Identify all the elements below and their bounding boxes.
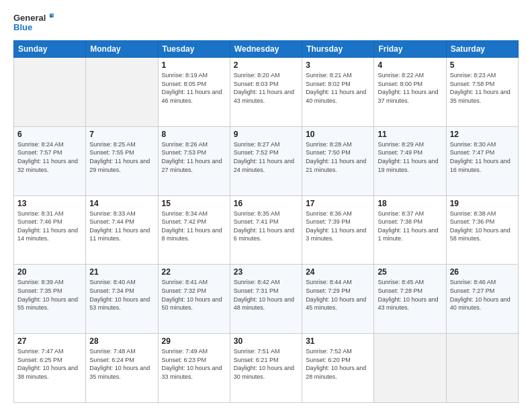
- day-cell: 19Sunrise: 8:38 AM Sunset: 7:36 PM Dayli…: [446, 195, 518, 265]
- calendar-table: SundayMondayTuesdayWednesdayThursdayFrid…: [13, 40, 519, 403]
- day-number: 27: [17, 336, 82, 346]
- day-cell: 17Sunrise: 8:36 AM Sunset: 7:39 PM Dayli…: [302, 195, 374, 265]
- logo-svg: General Blue: [13, 11, 54, 35]
- day-number: 8: [162, 130, 226, 139]
- header-row: SundayMondayTuesdayWednesdayThursdayFrid…: [14, 41, 519, 58]
- day-info: Sunrise: 8:33 AM Sunset: 7:44 PM Dayligh…: [89, 210, 154, 243]
- week-row-3: 13Sunrise: 8:31 AM Sunset: 7:46 PM Dayli…: [14, 195, 519, 265]
- day-info: Sunrise: 8:45 AM Sunset: 7:28 PM Dayligh…: [378, 278, 442, 312]
- day-cell: 12Sunrise: 8:30 AM Sunset: 7:47 PM Dayli…: [446, 126, 518, 195]
- day-cell: 31Sunrise: 7:52 AM Sunset: 6:20 PM Dayli…: [302, 334, 374, 403]
- day-cell: 27Sunrise: 7:47 AM Sunset: 6:25 PM Dayli…: [14, 334, 86, 403]
- day-cell: 28Sunrise: 7:48 AM Sunset: 6:24 PM Dayli…: [86, 334, 158, 403]
- day-number: 23: [234, 267, 298, 277]
- day-info: Sunrise: 8:34 AM Sunset: 7:42 PM Dayligh…: [162, 210, 226, 243]
- day-number: 10: [306, 130, 370, 139]
- day-number: 24: [306, 267, 370, 277]
- col-header-wednesday: Wednesday: [230, 41, 302, 58]
- day-info: Sunrise: 8:27 AM Sunset: 7:52 PM Dayligh…: [234, 140, 298, 174]
- day-cell: [14, 58, 86, 127]
- day-info: Sunrise: 8:36 AM Sunset: 7:39 PM Dayligh…: [306, 210, 370, 243]
- day-info: Sunrise: 7:47 AM Sunset: 6:25 PM Dayligh…: [17, 347, 82, 381]
- day-cell: 9Sunrise: 8:27 AM Sunset: 7:52 PM Daylig…: [230, 126, 302, 195]
- day-number: 25: [378, 267, 442, 277]
- day-cell: 13Sunrise: 8:31 AM Sunset: 7:46 PM Dayli…: [14, 195, 86, 265]
- day-cell: 16Sunrise: 8:35 AM Sunset: 7:41 PM Dayli…: [230, 195, 302, 265]
- logo: General Blue: [13, 11, 54, 35]
- day-cell: 21Sunrise: 8:40 AM Sunset: 7:34 PM Dayli…: [86, 265, 158, 334]
- day-cell: 4Sunrise: 8:22 AM Sunset: 8:00 PM Daylig…: [374, 58, 446, 127]
- day-cell: 14Sunrise: 8:33 AM Sunset: 7:44 PM Dayli…: [86, 195, 158, 265]
- week-row-2: 6Sunrise: 8:24 AM Sunset: 7:57 PM Daylig…: [14, 126, 519, 195]
- day-cell: 29Sunrise: 7:49 AM Sunset: 6:23 PM Dayli…: [158, 334, 230, 403]
- day-number: 2: [234, 60, 298, 70]
- week-row-4: 20Sunrise: 8:39 AM Sunset: 7:35 PM Dayli…: [14, 265, 519, 334]
- day-number: 15: [162, 199, 226, 208]
- day-number: 6: [17, 130, 82, 139]
- day-info: Sunrise: 8:20 AM Sunset: 8:03 PM Dayligh…: [234, 71, 298, 105]
- col-header-saturday: Saturday: [446, 41, 518, 58]
- day-cell: [86, 58, 158, 127]
- day-number: 20: [17, 267, 82, 277]
- day-number: 11: [378, 130, 442, 139]
- day-cell: 23Sunrise: 8:42 AM Sunset: 7:31 PM Dayli…: [230, 265, 302, 334]
- day-number: 3: [306, 60, 370, 70]
- week-row-5: 27Sunrise: 7:47 AM Sunset: 6:25 PM Dayli…: [14, 334, 519, 403]
- day-cell: 18Sunrise: 8:37 AM Sunset: 7:38 PM Dayli…: [374, 195, 446, 265]
- day-cell: 3Sunrise: 8:21 AM Sunset: 8:02 PM Daylig…: [302, 58, 374, 127]
- day-number: 29: [162, 336, 226, 346]
- day-info: Sunrise: 8:26 AM Sunset: 7:53 PM Dayligh…: [162, 140, 226, 174]
- day-info: Sunrise: 7:49 AM Sunset: 6:23 PM Dayligh…: [162, 347, 226, 381]
- day-info: Sunrise: 8:24 AM Sunset: 7:57 PM Dayligh…: [17, 140, 82, 174]
- day-info: Sunrise: 8:25 AM Sunset: 7:55 PM Dayligh…: [89, 140, 154, 174]
- day-cell: 8Sunrise: 8:26 AM Sunset: 7:53 PM Daylig…: [158, 126, 230, 195]
- day-cell: [374, 334, 446, 403]
- day-cell: 10Sunrise: 8:28 AM Sunset: 7:50 PM Dayli…: [302, 126, 374, 195]
- day-cell: 7Sunrise: 8:25 AM Sunset: 7:55 PM Daylig…: [86, 126, 158, 195]
- day-info: Sunrise: 8:31 AM Sunset: 7:46 PM Dayligh…: [17, 210, 82, 243]
- day-number: 13: [17, 199, 82, 208]
- day-number: 5: [450, 60, 515, 70]
- day-info: Sunrise: 7:52 AM Sunset: 6:20 PM Dayligh…: [306, 347, 370, 381]
- day-info: Sunrise: 8:21 AM Sunset: 8:02 PM Dayligh…: [306, 71, 370, 105]
- day-cell: 24Sunrise: 8:44 AM Sunset: 7:29 PM Dayli…: [302, 265, 374, 334]
- day-number: 22: [162, 267, 226, 277]
- svg-text:Blue: Blue: [13, 22, 32, 32]
- day-cell: 15Sunrise: 8:34 AM Sunset: 7:42 PM Dayli…: [158, 195, 230, 265]
- day-info: Sunrise: 8:22 AM Sunset: 8:00 PM Dayligh…: [378, 71, 442, 105]
- svg-text:General: General: [13, 13, 46, 23]
- day-cell: 2Sunrise: 8:20 AM Sunset: 8:03 PM Daylig…: [230, 58, 302, 127]
- day-number: 18: [378, 199, 442, 208]
- day-cell: 22Sunrise: 8:41 AM Sunset: 7:32 PM Dayli…: [158, 265, 230, 334]
- day-number: 4: [378, 60, 442, 70]
- day-info: Sunrise: 8:44 AM Sunset: 7:29 PM Dayligh…: [306, 278, 370, 312]
- day-info: Sunrise: 8:23 AM Sunset: 7:58 PM Dayligh…: [450, 71, 515, 105]
- day-info: Sunrise: 8:46 AM Sunset: 7:27 PM Dayligh…: [450, 278, 515, 312]
- day-number: 30: [234, 336, 298, 346]
- day-info: Sunrise: 8:29 AM Sunset: 7:49 PM Dayligh…: [378, 140, 442, 174]
- day-info: Sunrise: 8:38 AM Sunset: 7:36 PM Dayligh…: [450, 210, 515, 243]
- day-number: 14: [89, 199, 154, 208]
- day-number: 17: [306, 199, 370, 208]
- week-row-1: 1Sunrise: 8:19 AM Sunset: 8:05 PM Daylig…: [14, 58, 519, 127]
- day-cell: 5Sunrise: 8:23 AM Sunset: 7:58 PM Daylig…: [446, 58, 518, 127]
- day-number: 19: [450, 199, 515, 208]
- day-cell: 25Sunrise: 8:45 AM Sunset: 7:28 PM Dayli…: [374, 265, 446, 334]
- day-number: 1: [162, 60, 226, 70]
- day-cell: 6Sunrise: 8:24 AM Sunset: 7:57 PM Daylig…: [14, 126, 86, 195]
- day-number: 9: [234, 130, 298, 139]
- day-info: Sunrise: 8:35 AM Sunset: 7:41 PM Dayligh…: [234, 210, 298, 243]
- day-number: 28: [89, 336, 154, 346]
- day-info: Sunrise: 7:48 AM Sunset: 6:24 PM Dayligh…: [89, 347, 154, 381]
- day-info: Sunrise: 8:30 AM Sunset: 7:47 PM Dayligh…: [450, 140, 515, 174]
- day-number: 21: [89, 267, 154, 277]
- col-header-monday: Monday: [86, 41, 158, 58]
- day-info: Sunrise: 8:39 AM Sunset: 7:35 PM Dayligh…: [17, 278, 82, 312]
- col-header-sunday: Sunday: [14, 41, 86, 58]
- day-info: Sunrise: 8:41 AM Sunset: 7:32 PM Dayligh…: [162, 278, 226, 312]
- day-number: 31: [306, 336, 370, 346]
- day-cell: 30Sunrise: 7:51 AM Sunset: 6:21 PM Dayli…: [230, 334, 302, 403]
- day-number: 16: [234, 199, 298, 208]
- day-info: Sunrise: 8:28 AM Sunset: 7:50 PM Dayligh…: [306, 140, 370, 174]
- day-info: Sunrise: 8:19 AM Sunset: 8:05 PM Dayligh…: [162, 71, 226, 105]
